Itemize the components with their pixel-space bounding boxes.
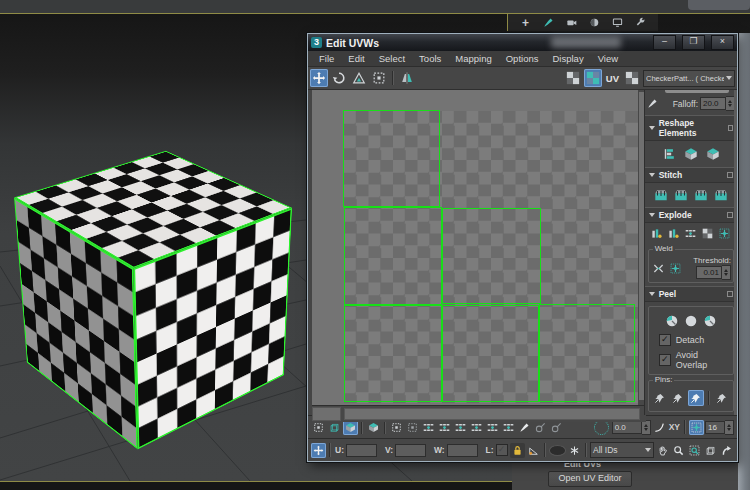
menu-mapping[interactable]: Mapping	[448, 53, 498, 64]
peel-mode-button[interactable]	[683, 313, 698, 328]
reset-peel-button[interactable]	[702, 313, 717, 328]
menu-edit[interactable]: Edit	[341, 53, 371, 64]
zoom-region-button[interactable]	[687, 443, 702, 458]
edge-distance-button[interactable]	[689, 420, 704, 435]
break-by-checker-button[interactable]	[700, 226, 715, 241]
display-settings-button[interactable]	[610, 15, 625, 30]
flatten-by-material-button[interactable]	[666, 226, 681, 241]
avoid-overlap-checkbox[interactable]: ✓	[659, 354, 671, 366]
texture-selector-dropdown[interactable]: CheckerPatt... ( Checker )	[643, 70, 735, 87]
edge-distance-value[interactable]: 16	[705, 421, 725, 434]
uv-canvas[interactable]	[308, 90, 644, 415]
rectangularize-button[interactable]	[704, 145, 722, 163]
edge-distance-spinner[interactable]: 16	[705, 420, 734, 435]
absolute-mode-button[interactable]	[311, 443, 326, 458]
zoom-extents-button[interactable]	[703, 443, 718, 458]
threshold-value[interactable]: 0.01	[696, 266, 722, 279]
viewport-config-button[interactable]	[633, 15, 648, 30]
flatten-by-smoothing-button[interactable]	[649, 226, 664, 241]
clear-pins-button[interactable]	[714, 390, 730, 406]
mirror-tool-button[interactable]	[398, 69, 416, 87]
lock-selection-button[interactable]	[510, 443, 525, 458]
move-tool-button[interactable]	[310, 69, 328, 87]
angle-snap-button[interactable]	[526, 443, 541, 458]
menu-file[interactable]: File	[312, 53, 341, 64]
pin-selected-button[interactable]	[652, 390, 668, 406]
stitch-custom-button[interactable]	[652, 186, 670, 204]
show-map-seams-button[interactable]	[564, 69, 582, 87]
maximize-button[interactable]: ❐	[682, 35, 705, 50]
rollout-explode[interactable]: Explode	[645, 207, 737, 223]
spinner-arrows[interactable]	[725, 420, 734, 435]
weld-selected-button[interactable]	[651, 261, 666, 276]
explode-to-faces-button[interactable]	[717, 226, 732, 241]
zoom-to-gizmo-button[interactable]	[719, 443, 734, 458]
scrollbar-corner-box[interactable]	[312, 407, 341, 421]
filter-faces-button[interactable]	[567, 443, 582, 458]
menu-options[interactable]: Options	[499, 53, 546, 64]
w-coordinate-field[interactable]	[447, 444, 478, 457]
stitch-average-button[interactable]	[692, 186, 710, 204]
v-coordinate-field[interactable]	[395, 444, 426, 457]
lock-aspect-checkbox[interactable]: ✓	[496, 444, 508, 456]
menu-select[interactable]: Select	[372, 53, 412, 64]
texture-options-icon[interactable]	[623, 69, 641, 87]
straighten-element-button[interactable]	[682, 145, 700, 163]
checkered-cube-object[interactable]	[18, 154, 288, 424]
rollout-reshape-elements[interactable]: Reshape Elements	[645, 115, 737, 141]
quick-peel-button[interactable]	[664, 313, 679, 328]
close-button[interactable]: ×	[711, 35, 734, 50]
add-view-button[interactable]: +	[518, 15, 533, 30]
rotate-tool-button[interactable]	[330, 69, 348, 87]
floating-window-fragment	[688, 0, 750, 10]
falloff-curve-icon[interactable]	[647, 98, 658, 109]
shading-mode-button[interactable]	[587, 15, 602, 30]
rollout-arrow-icon	[649, 213, 655, 217]
show-pins-button[interactable]	[688, 390, 704, 406]
stitch-target-button[interactable]	[712, 186, 730, 204]
hide-unselected-toggle[interactable]	[549, 445, 566, 456]
spinner-arrows[interactable]	[722, 265, 731, 280]
uv-shell[interactable]	[343, 110, 440, 207]
zoom-button[interactable]	[671, 443, 686, 458]
show-map-toggle-button[interactable]	[584, 69, 602, 87]
flatten-mapping-button[interactable]	[683, 226, 698, 241]
material-id-dropdown[interactable]: All IDs	[590, 442, 654, 458]
panel-scrollbar[interactable]	[734, 90, 737, 415]
horizontal-scrollbar[interactable]	[312, 405, 646, 422]
scale-tool-button[interactable]	[350, 69, 368, 87]
falloff-space-label[interactable]: XY	[668, 422, 681, 432]
falloff-type-button[interactable]	[652, 420, 667, 435]
toolbar-separator	[544, 443, 546, 457]
uv-shell[interactable]	[442, 305, 539, 402]
menu-view[interactable]: View	[591, 53, 625, 64]
edit-mode-button[interactable]	[541, 15, 556, 30]
target-weld-button[interactable]	[668, 261, 683, 276]
menu-display[interactable]: Display	[545, 53, 590, 64]
uv-shell[interactable]	[442, 208, 541, 304]
horizontal-scrollbar-thumb[interactable]	[344, 408, 640, 420]
open-uv-editor-button[interactable]: Open UV Editor ...	[548, 471, 632, 487]
detach-checkbox[interactable]: ✓	[659, 334, 671, 346]
camera-view-button[interactable]	[564, 15, 579, 30]
falloff-spinner[interactable]: 20.0	[700, 96, 735, 111]
minimize-button[interactable]: –	[653, 35, 676, 50]
stitch-source-button[interactable]	[672, 186, 690, 204]
uv-shell[interactable]	[344, 207, 442, 305]
uv-shell[interactable]	[539, 304, 635, 402]
rollout-stitch[interactable]: Stitch	[645, 167, 737, 183]
u-coordinate-field[interactable]	[346, 444, 377, 457]
edit-uvws-window[interactable]: 3 Edit UVWs – ❐ × File Edit Select Tools…	[307, 33, 738, 462]
menu-tools[interactable]: Tools	[412, 53, 448, 64]
relax-tool-button[interactable]	[660, 145, 678, 163]
soft-selection-value[interactable]: 0.0	[612, 421, 642, 434]
falloff-value[interactable]: 20.0	[700, 97, 726, 110]
freeform-mode-button[interactable]	[370, 69, 388, 87]
pins-separator	[708, 391, 710, 405]
window-titlebar[interactable]: 3 Edit UVWs – ❐ ×	[308, 34, 737, 51]
unpin-selected-button[interactable]	[670, 390, 686, 406]
threshold-spinner[interactable]: 0.01	[693, 265, 731, 280]
rollout-peel[interactable]: Peel	[645, 286, 737, 302]
pan-button[interactable]	[655, 443, 670, 458]
uv-shell[interactable]	[344, 305, 442, 402]
